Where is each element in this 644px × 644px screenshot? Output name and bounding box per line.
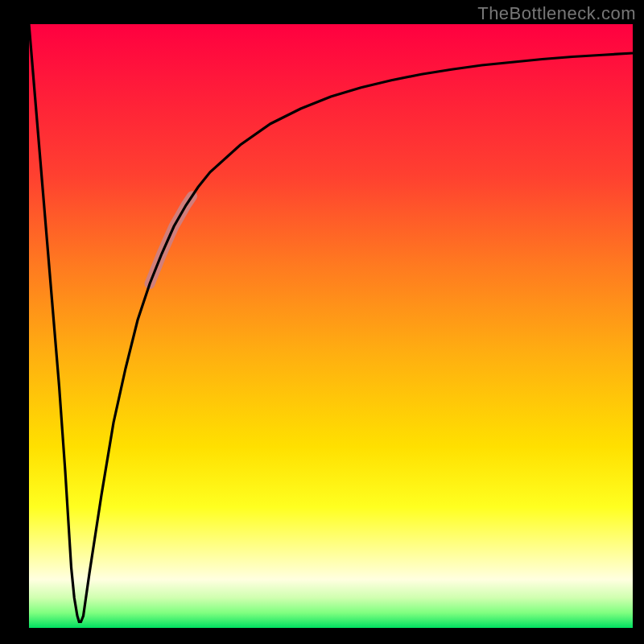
chart-stage: TheBottleneck.com [0,0,644,644]
frame-right [633,0,644,644]
gradient-background [29,24,633,628]
frame-left [0,0,29,644]
attribution-label: TheBottleneck.com [477,3,636,24]
plot-svg [0,0,644,644]
frame-bottom [0,628,644,644]
